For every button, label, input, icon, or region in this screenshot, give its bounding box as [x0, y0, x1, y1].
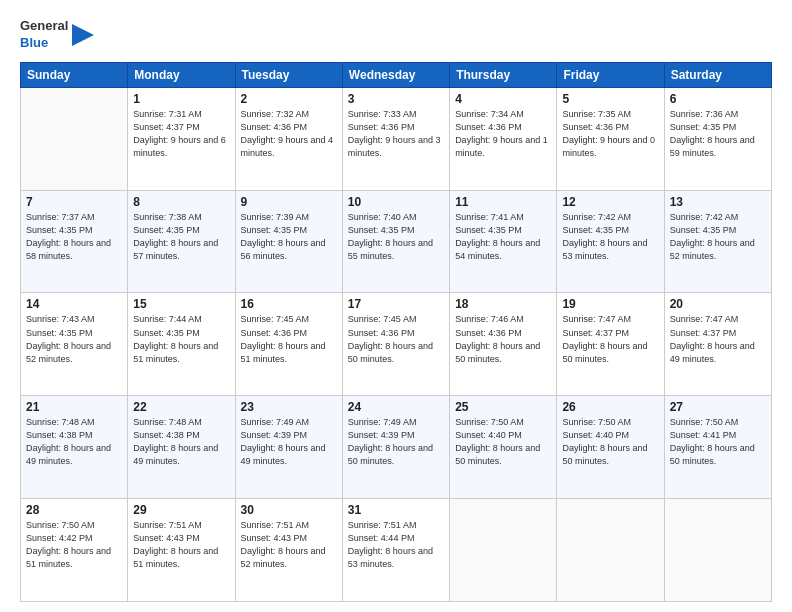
calendar-cell: 1Sunrise: 7:31 AMSunset: 4:37 PMDaylight… — [128, 87, 235, 190]
day-number: 19 — [562, 297, 658, 311]
day-number: 12 — [562, 195, 658, 209]
day-number: 18 — [455, 297, 551, 311]
calendar-cell: 22Sunrise: 7:48 AMSunset: 4:38 PMDayligh… — [128, 396, 235, 499]
day-number: 8 — [133, 195, 229, 209]
day-number: 15 — [133, 297, 229, 311]
day-number: 21 — [26, 400, 122, 414]
cell-sun-info: Sunrise: 7:48 AMSunset: 4:38 PMDaylight:… — [26, 416, 122, 468]
day-number: 5 — [562, 92, 658, 106]
day-number: 30 — [241, 503, 337, 517]
day-number: 23 — [241, 400, 337, 414]
logo-line1: General — [20, 18, 68, 35]
day-number: 2 — [241, 92, 337, 106]
cell-sun-info: Sunrise: 7:48 AMSunset: 4:38 PMDaylight:… — [133, 416, 229, 468]
cell-sun-info: Sunrise: 7:43 AMSunset: 4:35 PMDaylight:… — [26, 313, 122, 365]
calendar-cell: 5Sunrise: 7:35 AMSunset: 4:36 PMDaylight… — [557, 87, 664, 190]
calendar-cell: 23Sunrise: 7:49 AMSunset: 4:39 PMDayligh… — [235, 396, 342, 499]
weekday-header-sunday: Sunday — [21, 62, 128, 87]
cell-sun-info: Sunrise: 7:50 AMSunset: 4:40 PMDaylight:… — [562, 416, 658, 468]
calendar-week-3: 14Sunrise: 7:43 AMSunset: 4:35 PMDayligh… — [21, 293, 772, 396]
weekday-header-friday: Friday — [557, 62, 664, 87]
cell-sun-info: Sunrise: 7:49 AMSunset: 4:39 PMDaylight:… — [348, 416, 444, 468]
calendar-cell: 20Sunrise: 7:47 AMSunset: 4:37 PMDayligh… — [664, 293, 771, 396]
calendar-week-4: 21Sunrise: 7:48 AMSunset: 4:38 PMDayligh… — [21, 396, 772, 499]
cell-sun-info: Sunrise: 7:45 AMSunset: 4:36 PMDaylight:… — [348, 313, 444, 365]
calendar-cell: 13Sunrise: 7:42 AMSunset: 4:35 PMDayligh… — [664, 190, 771, 293]
cell-sun-info: Sunrise: 7:50 AMSunset: 4:42 PMDaylight:… — [26, 519, 122, 571]
calendar-cell: 10Sunrise: 7:40 AMSunset: 4:35 PMDayligh… — [342, 190, 449, 293]
calendar-cell: 8Sunrise: 7:38 AMSunset: 4:35 PMDaylight… — [128, 190, 235, 293]
calendar-cell: 31Sunrise: 7:51 AMSunset: 4:44 PMDayligh… — [342, 499, 449, 602]
calendar-cell: 27Sunrise: 7:50 AMSunset: 4:41 PMDayligh… — [664, 396, 771, 499]
calendar-cell: 25Sunrise: 7:50 AMSunset: 4:40 PMDayligh… — [450, 396, 557, 499]
calendar-cell: 29Sunrise: 7:51 AMSunset: 4:43 PMDayligh… — [128, 499, 235, 602]
cell-sun-info: Sunrise: 7:33 AMSunset: 4:36 PMDaylight:… — [348, 108, 444, 160]
svg-marker-0 — [72, 24, 94, 46]
calendar-week-2: 7Sunrise: 7:37 AMSunset: 4:35 PMDaylight… — [21, 190, 772, 293]
day-number: 31 — [348, 503, 444, 517]
day-number: 6 — [670, 92, 766, 106]
day-number: 16 — [241, 297, 337, 311]
cell-sun-info: Sunrise: 7:45 AMSunset: 4:36 PMDaylight:… — [241, 313, 337, 365]
cell-sun-info: Sunrise: 7:41 AMSunset: 4:35 PMDaylight:… — [455, 211, 551, 263]
day-number: 27 — [670, 400, 766, 414]
calendar-table: SundayMondayTuesdayWednesdayThursdayFrid… — [20, 62, 772, 602]
calendar-cell: 11Sunrise: 7:41 AMSunset: 4:35 PMDayligh… — [450, 190, 557, 293]
calendar-cell: 19Sunrise: 7:47 AMSunset: 4:37 PMDayligh… — [557, 293, 664, 396]
calendar-cell — [557, 499, 664, 602]
cell-sun-info: Sunrise: 7:37 AMSunset: 4:35 PMDaylight:… — [26, 211, 122, 263]
day-number: 26 — [562, 400, 658, 414]
day-number: 7 — [26, 195, 122, 209]
logo: General Blue — [20, 18, 94, 52]
calendar-cell — [664, 499, 771, 602]
day-number: 3 — [348, 92, 444, 106]
calendar-page: General Blue SundayMondayTuesdayWednesda… — [0, 0, 792, 612]
day-number: 25 — [455, 400, 551, 414]
day-number: 28 — [26, 503, 122, 517]
day-number: 1 — [133, 92, 229, 106]
calendar-cell: 9Sunrise: 7:39 AMSunset: 4:35 PMDaylight… — [235, 190, 342, 293]
cell-sun-info: Sunrise: 7:32 AMSunset: 4:36 PMDaylight:… — [241, 108, 337, 160]
calendar-week-1: 1Sunrise: 7:31 AMSunset: 4:37 PMDaylight… — [21, 87, 772, 190]
day-number: 9 — [241, 195, 337, 209]
cell-sun-info: Sunrise: 7:31 AMSunset: 4:37 PMDaylight:… — [133, 108, 229, 160]
cell-sun-info: Sunrise: 7:35 AMSunset: 4:36 PMDaylight:… — [562, 108, 658, 160]
logo-line2: Blue — [20, 35, 68, 52]
day-number: 17 — [348, 297, 444, 311]
calendar-cell: 4Sunrise: 7:34 AMSunset: 4:36 PMDaylight… — [450, 87, 557, 190]
cell-sun-info: Sunrise: 7:50 AMSunset: 4:40 PMDaylight:… — [455, 416, 551, 468]
cell-sun-info: Sunrise: 7:49 AMSunset: 4:39 PMDaylight:… — [241, 416, 337, 468]
calendar-cell — [450, 499, 557, 602]
cell-sun-info: Sunrise: 7:38 AMSunset: 4:35 PMDaylight:… — [133, 211, 229, 263]
cell-sun-info: Sunrise: 7:40 AMSunset: 4:35 PMDaylight:… — [348, 211, 444, 263]
day-number: 22 — [133, 400, 229, 414]
calendar-cell: 15Sunrise: 7:44 AMSunset: 4:35 PMDayligh… — [128, 293, 235, 396]
weekday-header-tuesday: Tuesday — [235, 62, 342, 87]
calendar-cell — [21, 87, 128, 190]
cell-sun-info: Sunrise: 7:51 AMSunset: 4:43 PMDaylight:… — [133, 519, 229, 571]
day-number: 4 — [455, 92, 551, 106]
cell-sun-info: Sunrise: 7:50 AMSunset: 4:41 PMDaylight:… — [670, 416, 766, 468]
cell-sun-info: Sunrise: 7:44 AMSunset: 4:35 PMDaylight:… — [133, 313, 229, 365]
weekday-header-thursday: Thursday — [450, 62, 557, 87]
cell-sun-info: Sunrise: 7:36 AMSunset: 4:35 PMDaylight:… — [670, 108, 766, 160]
calendar-cell: 26Sunrise: 7:50 AMSunset: 4:40 PMDayligh… — [557, 396, 664, 499]
calendar-cell: 30Sunrise: 7:51 AMSunset: 4:43 PMDayligh… — [235, 499, 342, 602]
day-number: 20 — [670, 297, 766, 311]
cell-sun-info: Sunrise: 7:47 AMSunset: 4:37 PMDaylight:… — [670, 313, 766, 365]
calendar-cell: 12Sunrise: 7:42 AMSunset: 4:35 PMDayligh… — [557, 190, 664, 293]
calendar-cell: 2Sunrise: 7:32 AMSunset: 4:36 PMDaylight… — [235, 87, 342, 190]
cell-sun-info: Sunrise: 7:39 AMSunset: 4:35 PMDaylight:… — [241, 211, 337, 263]
calendar-cell: 14Sunrise: 7:43 AMSunset: 4:35 PMDayligh… — [21, 293, 128, 396]
cell-sun-info: Sunrise: 7:51 AMSunset: 4:43 PMDaylight:… — [241, 519, 337, 571]
cell-sun-info: Sunrise: 7:42 AMSunset: 4:35 PMDaylight:… — [562, 211, 658, 263]
calendar-cell: 28Sunrise: 7:50 AMSunset: 4:42 PMDayligh… — [21, 499, 128, 602]
calendar-cell: 16Sunrise: 7:45 AMSunset: 4:36 PMDayligh… — [235, 293, 342, 396]
weekday-header-monday: Monday — [128, 62, 235, 87]
calendar-cell: 7Sunrise: 7:37 AMSunset: 4:35 PMDaylight… — [21, 190, 128, 293]
header: General Blue — [20, 18, 772, 52]
cell-sun-info: Sunrise: 7:47 AMSunset: 4:37 PMDaylight:… — [562, 313, 658, 365]
calendar-header-row: SundayMondayTuesdayWednesdayThursdayFrid… — [21, 62, 772, 87]
day-number: 29 — [133, 503, 229, 517]
weekday-header-wednesday: Wednesday — [342, 62, 449, 87]
